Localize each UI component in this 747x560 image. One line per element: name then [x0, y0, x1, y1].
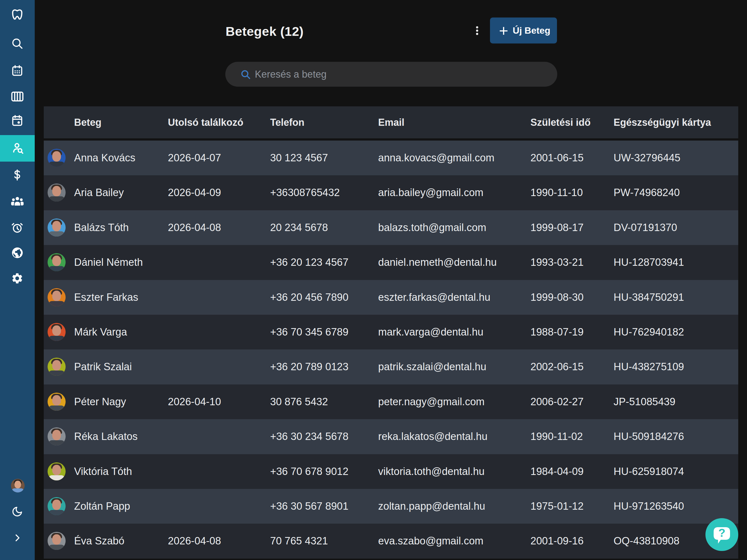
svg-text:?: ? — [718, 526, 725, 539]
